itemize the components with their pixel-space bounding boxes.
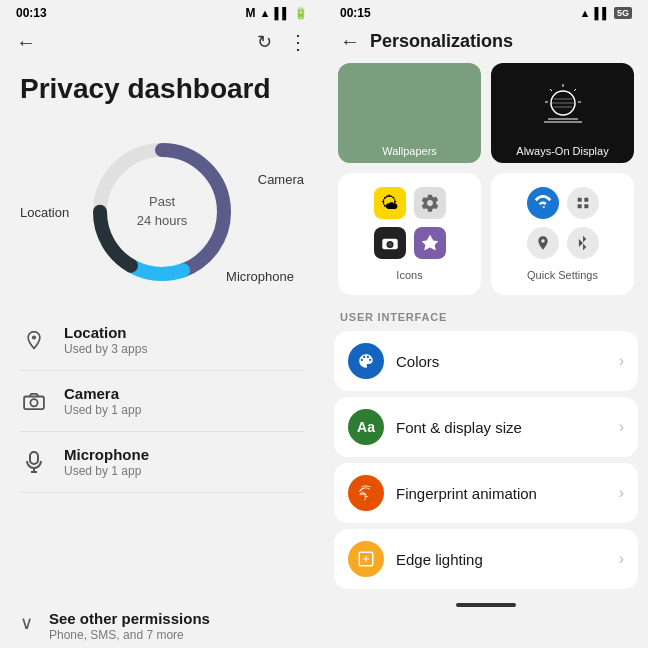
icons-grid: 🌤 bbox=[374, 187, 446, 259]
icons-card[interactable]: 🌤 bbox=[338, 173, 481, 295]
donut-chart: Past 24 hours Location Camera Microphone bbox=[20, 122, 304, 302]
qs-grid bbox=[527, 187, 599, 259]
top-bar-icons: ↻ ⋮ bbox=[257, 30, 308, 54]
signal-icon-r: ▌▌ bbox=[594, 7, 610, 19]
svg-line-16 bbox=[550, 89, 552, 91]
see-other-sub: Phone, SMS, and 7 more bbox=[49, 628, 210, 642]
microphone-sub: Used by 1 app bbox=[64, 464, 149, 478]
permission-list: Location Used by 3 apps Camera Used by 1… bbox=[0, 302, 324, 596]
left-time: 00:13 bbox=[16, 6, 47, 20]
camera-permission[interactable]: Camera Used by 1 app bbox=[20, 371, 304, 432]
back-arrow-icon[interactable]: ← bbox=[16, 31, 36, 54]
wallpapers-label: Wallpapers bbox=[338, 145, 481, 157]
svg-point-23 bbox=[387, 242, 391, 246]
location-qs-icon bbox=[527, 227, 559, 259]
left-status-icons: M ▲ ▌▌ 🔋 bbox=[246, 6, 308, 20]
location-label: Location bbox=[20, 204, 69, 219]
camera-icon bbox=[20, 387, 48, 415]
aod-label: Always-On Display bbox=[491, 145, 634, 157]
quick-settings-card[interactable]: Quick Settings bbox=[491, 173, 634, 295]
font-icon: Aa bbox=[348, 409, 384, 445]
weather-app-icon: 🌤 bbox=[374, 187, 406, 219]
left-status-bar: 00:13 M ▲ ▌▌ 🔋 bbox=[0, 0, 324, 24]
battery-icon: 🔋 bbox=[294, 7, 308, 20]
page-title: Privacy dashboard bbox=[0, 64, 324, 122]
aod-graphic bbox=[538, 83, 588, 133]
fingerprint-menu-item[interactable]: Fingerprint animation › bbox=[334, 463, 638, 523]
edge-chevron-icon: › bbox=[619, 550, 624, 568]
colors-icon bbox=[348, 343, 384, 379]
font-label: Font & display size bbox=[396, 419, 607, 436]
svg-point-4 bbox=[32, 335, 36, 339]
wallpaper-row: Wallpapers Always-On Display bbox=[324, 63, 648, 173]
microphone-label: Microphone bbox=[226, 269, 294, 284]
bluetooth-qs-icon bbox=[567, 227, 599, 259]
colors-menu-item[interactable]: Colors › bbox=[334, 331, 638, 391]
ui-section-header: USER INTERFACE bbox=[324, 307, 648, 331]
colors-label: Colors bbox=[396, 353, 607, 370]
right-status-icons: ▲ ▌▌ 5G bbox=[580, 7, 633, 19]
microphone-text: Microphone Used by 1 app bbox=[64, 446, 149, 478]
edge-lighting-label: Edge lighting bbox=[396, 551, 607, 568]
location-name: Location bbox=[64, 324, 147, 341]
signal-icon: ▌▌ bbox=[274, 7, 290, 19]
location-sub: Used by 3 apps bbox=[64, 342, 147, 356]
icons-card-label: Icons bbox=[396, 269, 422, 281]
bottom-bar bbox=[324, 595, 648, 611]
location-icon bbox=[20, 326, 48, 354]
home-indicator bbox=[456, 603, 516, 607]
edge-lighting-menu-item[interactable]: Edge lighting › bbox=[334, 529, 638, 589]
right-top-bar: ← Personalizations bbox=[324, 24, 648, 63]
right-time: 00:15 bbox=[340, 6, 371, 20]
settings-app-icon bbox=[414, 187, 446, 219]
android-icon: M bbox=[246, 6, 256, 20]
microphone-icon bbox=[20, 448, 48, 476]
icon-row: 🌤 bbox=[324, 173, 648, 307]
font-size-menu-item[interactable]: Aa Font & display size › bbox=[334, 397, 638, 457]
donut-labels: Location Camera Microphone bbox=[20, 122, 304, 302]
fingerprint-icon bbox=[348, 475, 384, 511]
more-icon[interactable]: ⋮ bbox=[288, 30, 308, 54]
camera-app-icon bbox=[374, 227, 406, 259]
microphone-permission[interactable]: Microphone Used by 1 app bbox=[20, 432, 304, 493]
camera-name: Camera bbox=[64, 385, 141, 402]
svg-rect-7 bbox=[30, 452, 38, 464]
always-on-card[interactable]: Always-On Display bbox=[491, 63, 634, 163]
svg-point-6 bbox=[30, 399, 37, 406]
chevron-down-icon: ∨ bbox=[20, 610, 33, 634]
edge-lighting-icon bbox=[348, 541, 384, 577]
font-chevron-icon: › bbox=[619, 418, 624, 436]
camera-sub: Used by 1 app bbox=[64, 403, 141, 417]
fingerprint-label: Fingerprint animation bbox=[396, 485, 607, 502]
camera-text: Camera Used by 1 app bbox=[64, 385, 141, 417]
right-panel: 00:15 ▲ ▌▌ 5G ← Personalizations Wallpap… bbox=[324, 0, 648, 648]
fingerprint-chevron-icon: › bbox=[619, 484, 624, 502]
equalizer-qs-icon bbox=[567, 187, 599, 219]
colors-chevron-icon: › bbox=[619, 352, 624, 370]
left-top-bar: ← ↻ ⋮ bbox=[0, 24, 324, 64]
svg-line-14 bbox=[574, 89, 576, 91]
refresh-icon[interactable]: ↻ bbox=[257, 31, 272, 53]
see-other-permissions[interactable]: ∨ See other permissions Phone, SMS, and … bbox=[0, 596, 324, 648]
location-text: Location Used by 3 apps bbox=[64, 324, 147, 356]
microphone-name: Microphone bbox=[64, 446, 149, 463]
qs-card-label: Quick Settings bbox=[527, 269, 598, 281]
left-panel: 00:13 M ▲ ▌▌ 🔋 ← ↻ ⋮ Privacy dashboard P… bbox=[0, 0, 324, 648]
right-screen-title: Personalizations bbox=[370, 31, 513, 52]
wifi-icon-r: ▲ bbox=[580, 7, 591, 19]
wifi-icon: ▲ bbox=[260, 7, 271, 19]
battery-icon-r: 5G bbox=[614, 7, 632, 19]
back-arrow-right-icon[interactable]: ← bbox=[340, 30, 360, 53]
camera-label: Camera bbox=[258, 172, 304, 187]
right-status-bar: 00:15 ▲ ▌▌ 5G bbox=[324, 0, 648, 24]
location-permission[interactable]: Location Used by 3 apps bbox=[20, 310, 304, 371]
wifi-qs-icon bbox=[527, 187, 559, 219]
see-other-name: See other permissions bbox=[49, 610, 210, 627]
wallpapers-card[interactable]: Wallpapers bbox=[338, 63, 481, 163]
gallery-app-icon bbox=[414, 227, 446, 259]
